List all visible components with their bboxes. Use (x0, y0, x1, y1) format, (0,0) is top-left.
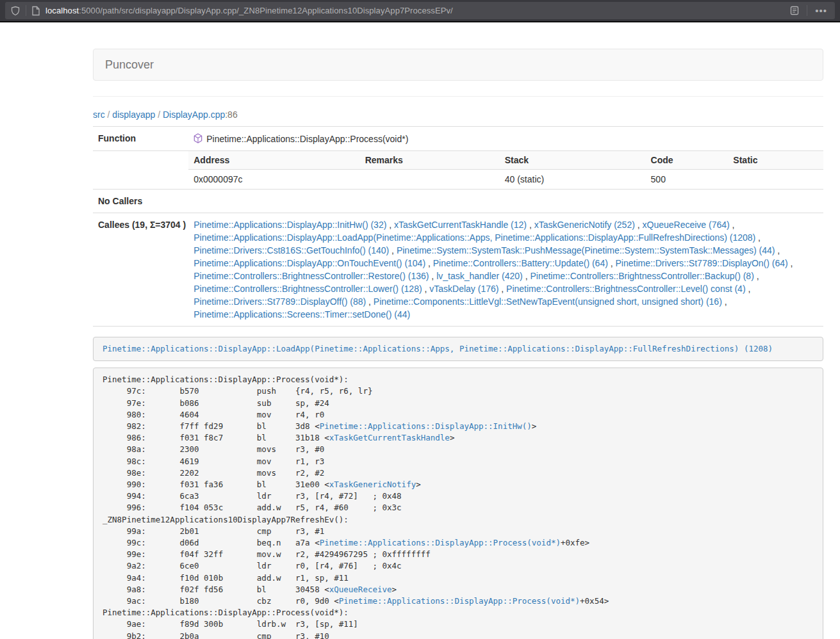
callee-separator: , (498, 284, 506, 294)
callee-link[interactable]: Pinetime::Drivers::St7789::DisplayOff() … (194, 296, 366, 307)
callee-separator: , (635, 220, 643, 230)
browser-toolbar: localhost:5000/path/src/displayapp/Displ… (0, 0, 840, 22)
callee-separator: , (788, 258, 793, 268)
col-stack: Stack (500, 151, 646, 170)
callee-link[interactable]: Pinetime::Controllers::Battery::Update()… (433, 258, 608, 268)
callee-separator: , (523, 271, 531, 281)
asm-symbol-link[interactable]: xTaskGenericNotify (329, 480, 416, 489)
callee-separator: , (527, 220, 534, 230)
shield-icon[interactable] (10, 6, 21, 16)
callee-link[interactable]: Pinetime::Applications::DisplayApp::Init… (194, 220, 386, 230)
app-brand: Puncover (105, 58, 154, 72)
callee-link[interactable]: Pinetime::Components::LittleVgl::SetNewT… (374, 296, 722, 307)
callee-link[interactable]: Pinetime::Controllers::BrightnessControl… (194, 271, 429, 281)
callee-link[interactable]: Pinetime::System::SystemTask::PushMessag… (397, 245, 775, 255)
breadcrumb-link-displayapp[interactable]: displayapp (112, 109, 155, 120)
callee-link[interactable]: Pinetime::Drivers::Cst816S::GetTouchInfo… (194, 245, 389, 255)
asm-symbol-link[interactable]: Pinetime::Applications::DisplayApp::Proc… (339, 596, 580, 606)
callee-link[interactable]: Pinetime::Controllers::BrightnessControl… (194, 284, 422, 294)
breadcrumb-link-file[interactable]: DisplayApp.cpp (163, 109, 225, 120)
col-static: Static (728, 151, 823, 170)
snippet-link[interactable]: Pinetime::Applications::DisplayApp::Load… (103, 344, 773, 353)
callee-separator: , (755, 232, 761, 243)
no-callers-label: No Callers (93, 190, 188, 213)
callee-link[interactable]: Pinetime::Drivers::St7789::DisplayOn() (… (616, 258, 788, 268)
asm-symbol-link[interactable]: Pinetime::Applications::DisplayApp::Init… (320, 421, 532, 431)
col-remarks: Remarks (360, 151, 500, 170)
no-callers-row: No Callers (93, 190, 823, 213)
caller-snippet-block: Pinetime::Applications::DisplayApp::Load… (93, 337, 823, 361)
callees-list: Pinetime::Applications::DisplayApp::Init… (188, 213, 823, 327)
function-stats-row: Address Remarks Stack Code Static 0x0000… (93, 151, 823, 190)
callees-label: Callees (19, Σ=3704 ) (93, 213, 188, 327)
callee-separator: , (386, 220, 394, 230)
callee-link[interactable]: xTaskGetCurrentTaskHandle (12) (394, 220, 527, 230)
callee-separator: , (775, 245, 780, 255)
callee-link[interactable]: vTaskDelay (176) (429, 284, 498, 294)
breadcrumb-link-src[interactable]: src (93, 109, 105, 120)
url-text: localhost:5000/path/src/displayapp/Displ… (45, 6, 787, 15)
assembly-listing: Pinetime::Applications::DisplayApp::Proc… (93, 368, 823, 639)
callee-link[interactable]: Pinetime::Controllers::BrightnessControl… (530, 271, 754, 281)
function-table: Function Pinetime::Applications::Display… (93, 126, 823, 327)
asm-symbol-link[interactable]: Pinetime::Applications::DisplayApp::Proc… (320, 538, 561, 547)
url-host: localhost (45, 6, 79, 15)
urlbar-divider (26, 5, 26, 16)
cell-static (728, 170, 823, 190)
stats-data-row: 0x0000097c 40 (static) 500 (188, 170, 823, 190)
callee-separator: , (608, 258, 616, 268)
breadcrumb: src / displayapp / DisplayApp.cpp:86 (93, 109, 823, 120)
callees-row: Callees (19, Σ=3704 ) Pinetime::Applicat… (93, 213, 823, 327)
cell-remarks (360, 170, 500, 190)
callee-link[interactable]: Pinetime::Applications::DisplayApp::OnTo… (194, 258, 425, 268)
col-code: Code (646, 151, 729, 170)
callee-separator: , (429, 271, 436, 281)
callee-separator: , (730, 220, 735, 230)
stats-table: Address Remarks Stack Code Static 0x0000… (188, 151, 823, 189)
url-path: :5000/path/src/displayapp/DisplayApp.cpp… (79, 6, 453, 15)
callee-link[interactable]: xQueueReceive (764) (643, 220, 730, 230)
symbol-cube-icon (194, 133, 202, 147)
urlbar-divider-right (807, 5, 807, 16)
url-input[interactable]: localhost:5000/path/src/displayapp/Displ… (5, 2, 835, 19)
cell-address: 0x0000097c (188, 170, 360, 190)
callee-separator: , (366, 296, 374, 307)
col-address: Address (188, 151, 360, 170)
asm-symbol-link[interactable]: xQueueReceive (329, 585, 392, 594)
callee-separator: , (389, 245, 397, 255)
function-name: Pinetime::Applications::DisplayApp::Proc… (206, 133, 408, 145)
stats-header-row: Address Remarks Stack Code Static (188, 151, 823, 170)
function-label: Function (93, 127, 188, 151)
callee-link[interactable]: lv_task_handler (420) (436, 271, 523, 281)
callee-separator: , (425, 258, 433, 268)
callee-link[interactable]: xTaskGenericNotify (252) (534, 220, 635, 230)
breadcrumb-line-number: :86 (225, 109, 237, 120)
callee-link[interactable]: Pinetime::Applications::Screens::Timer::… (194, 309, 410, 320)
page-actions-icon[interactable]: ••• (812, 5, 830, 16)
callee-link[interactable]: Pinetime::Controllers::BrightnessControl… (506, 284, 745, 294)
cell-code: 500 (646, 170, 729, 190)
callee-link[interactable]: Pinetime::Applications::DisplayApp::Load… (194, 232, 755, 243)
divider (93, 96, 823, 97)
asm-symbol-link[interactable]: xTaskGetCurrentTaskHandle (329, 433, 450, 442)
breadcrumb-separator: / (108, 109, 110, 120)
callee-separator: , (746, 284, 751, 294)
reader-mode-icon[interactable] (790, 6, 799, 15)
app-header: Puncover (93, 49, 823, 81)
function-row: Function Pinetime::Applications::Display… (93, 127, 823, 151)
page-identity-icon[interactable] (31, 6, 40, 16)
callee-separator: , (754, 271, 759, 281)
cell-stack: 40 (static) (500, 170, 646, 190)
callee-separator: , (422, 284, 430, 294)
page-container: Puncover src / displayapp / DisplayApp.c… (93, 49, 823, 639)
callee-separator: , (722, 296, 727, 307)
breadcrumb-separator: / (158, 109, 160, 120)
